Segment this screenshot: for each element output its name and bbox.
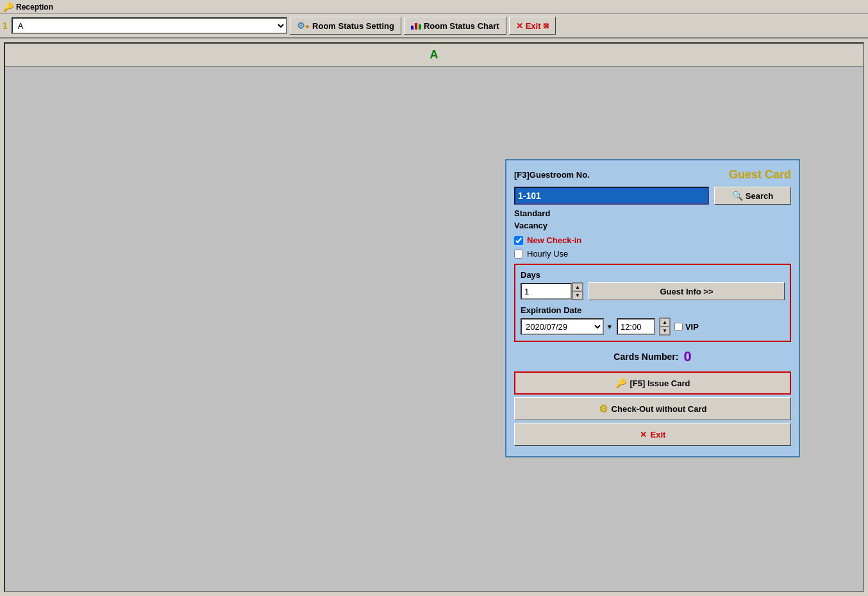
section-header: A <box>5 44 863 67</box>
building-dropdown[interactable]: A B C <box>12 17 287 34</box>
days-spin-buttons: ▲ ▼ <box>572 282 583 300</box>
expiry-row: 2020/07/29 ▼ ▲ ▼ VIP <box>521 318 785 336</box>
guest-info-button[interactable]: Guest Info >> <box>588 282 785 300</box>
main-area: A [F3]Guestroom No. Guest Card 🔍 Search … <box>4 42 864 592</box>
exit-button[interactable]: ✕ Exit ⊠ <box>509 17 556 35</box>
new-checkin-row: New Check-in <box>514 235 791 245</box>
panel-exit-button[interactable]: ✕ Exit <box>514 423 791 446</box>
guestroom-label: [F3]Guestroom No. <box>514 170 590 180</box>
room-status-chart-button[interactable]: Room Status Chart <box>404 17 506 35</box>
checkout-button[interactable]: ⚙ Check-Out without Card <box>514 397 791 420</box>
room-number-input[interactable] <box>514 187 709 205</box>
toolbar: 1 A B C ⚙● Room Status Setting Room Stat… <box>0 14 868 38</box>
panel-header-row: [F3]Guestroom No. Guest Card <box>514 168 791 182</box>
title-bar: 🔑 Reception <box>0 0 868 14</box>
room-status-setting-button[interactable]: ⚙● Room Status Setting <box>290 17 401 35</box>
expiry-label: Expiration Date <box>521 305 785 315</box>
cards-number-label: Cards Number: <box>613 352 678 362</box>
days-expiry-section: Days ▲ ▼ Guest Info >> Expiration Date 2… <box>514 264 791 342</box>
days-input-wrap: ▲ ▼ <box>521 282 583 300</box>
hourly-use-label: Hourly Use <box>527 249 568 259</box>
search-button[interactable]: 🔍 Search <box>714 187 791 205</box>
time-spin-down[interactable]: ▼ <box>660 327 670 335</box>
expiry-time-input[interactable] <box>617 318 655 335</box>
chart-icon <box>411 21 421 31</box>
time-spin-up[interactable]: ▲ <box>660 318 670 327</box>
days-spin-up[interactable]: ▲ <box>572 283 583 291</box>
key-icon: 🔑 <box>615 378 626 388</box>
vip-label: VIP <box>685 322 699 332</box>
days-input[interactable] <box>521 283 572 300</box>
app-icon: 🔑 <box>3 2 13 12</box>
expiry-date-select[interactable]: 2020/07/29 <box>521 318 604 335</box>
hourly-use-checkbox[interactable] <box>514 250 523 259</box>
settings-icon: ⚙● <box>297 21 310 31</box>
person-icon: ⚙ <box>599 403 608 415</box>
toolbar-number: 1 <box>3 21 8 31</box>
app-title: Reception <box>16 3 53 12</box>
room-type-label: Standard <box>514 209 791 218</box>
room-input-row: 🔍 Search <box>514 187 791 205</box>
exit-icon: ✕ <box>516 21 523 31</box>
guest-card-panel: [F3]Guestroom No. Guest Card 🔍 Search St… <box>505 159 800 457</box>
guest-card-title: Guest Card <box>729 168 791 182</box>
time-spin-buttons: ▲ ▼ <box>659 318 671 336</box>
dropdown-icon: ▼ <box>606 323 613 330</box>
vip-row: VIP <box>674 322 699 332</box>
cards-number-row: Cards Number: 0 <box>514 348 791 365</box>
hourly-use-row: Hourly Use <box>514 249 791 259</box>
cards-number-value: 0 <box>683 348 691 365</box>
vip-checkbox[interactable] <box>674 323 683 331</box>
search-icon: 🔍 <box>732 191 743 201</box>
panel-exit-icon: ✕ <box>640 430 647 439</box>
section-title: A <box>430 48 438 62</box>
issue-card-button[interactable]: 🔑 [F5] Issue Card <box>514 371 791 395</box>
days-label: Days <box>521 270 785 280</box>
days-spin-down[interactable]: ▼ <box>572 291 583 300</box>
new-checkin-checkbox[interactable] <box>514 236 523 245</box>
room-status-label: Vacancy <box>514 221 791 230</box>
new-checkin-label: New Check-in <box>527 235 581 245</box>
days-row: ▲ ▼ Guest Info >> <box>521 282 785 300</box>
